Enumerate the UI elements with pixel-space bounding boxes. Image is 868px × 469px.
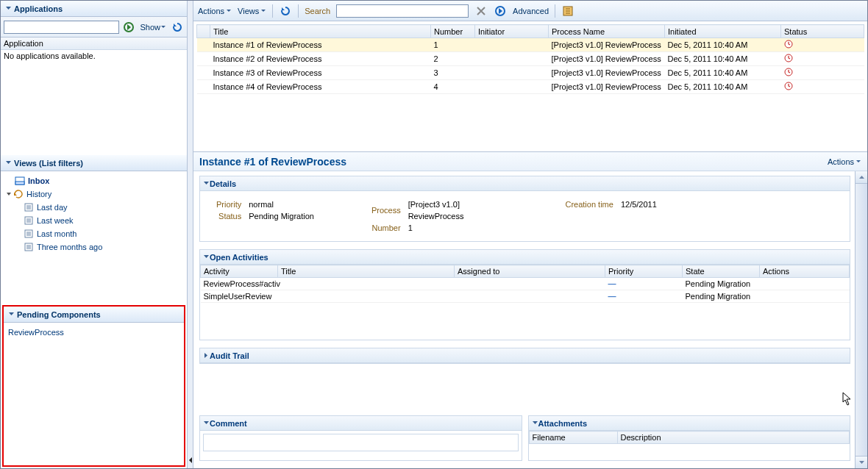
details-title: Details xyxy=(210,179,236,188)
oa-col-priority[interactable]: Priority xyxy=(605,265,683,278)
label-process: Process xyxy=(369,199,404,221)
instance-actions-menu[interactable]: Actions xyxy=(828,157,861,166)
applications-empty-text: No applications available. xyxy=(1,50,187,62)
open-activities-title: Open Activities xyxy=(210,253,268,262)
table-row[interactable]: SimpleUserReview—Pending Migration xyxy=(201,290,850,303)
comment-input[interactable] xyxy=(203,434,519,451)
value-priority: normal xyxy=(246,199,317,210)
attach-col-filename[interactable]: Filename xyxy=(529,432,617,444)
advanced-search-link[interactable]: Advanced xyxy=(513,7,549,15)
left-panel-collapse-handle[interactable] xyxy=(188,1,193,468)
chevron-down-icon xyxy=(203,420,210,426)
list-icon xyxy=(23,201,35,213)
label-priority: Priority xyxy=(213,199,244,210)
tree-label: History xyxy=(26,190,51,198)
chevron-right-icon xyxy=(203,352,210,359)
instances-table[interactable]: Title Number Initiator Process Name Init… xyxy=(196,24,864,94)
col-process[interactable]: Process Name xyxy=(549,25,665,38)
pending-item[interactable]: ReviewProcess xyxy=(8,326,179,339)
oa-col-activity[interactable]: Activity xyxy=(201,265,278,278)
col-initiator[interactable]: Initiator xyxy=(475,25,549,38)
triangle-down-icon[interactable] xyxy=(5,191,13,197)
show-label: Show xyxy=(140,23,160,32)
views-tree: Inbox History Last day Last week Last mo xyxy=(1,171,187,304)
show-dropdown[interactable]: Show xyxy=(138,23,168,32)
vertical-scrollbar[interactable] xyxy=(855,171,867,468)
tree-label: Three months ago xyxy=(37,243,102,251)
instance-title-bar: Instance #1 of ReviewProcess Actions xyxy=(193,152,867,171)
applications-header[interactable]: Applications xyxy=(1,1,187,17)
refresh-icon[interactable] xyxy=(279,4,292,18)
table-row[interactable]: ReviewProcess#activ—Pending Migration xyxy=(201,278,850,290)
list-icon xyxy=(23,215,35,226)
oa-col-actions[interactable]: Actions xyxy=(760,265,850,278)
applications-filter-input[interactable] xyxy=(4,21,119,34)
attachments-header[interactable]: Attachments xyxy=(529,416,850,431)
svg-rect-2 xyxy=(15,182,24,185)
tree-label: Last week xyxy=(37,216,74,225)
table-row[interactable]: Instance #1 of ReviewProcess1[Project3 v… xyxy=(197,38,864,52)
col-status[interactable]: Status xyxy=(781,25,864,38)
audit-trail-title: Audit Trail xyxy=(210,351,249,360)
col-title[interactable]: Title xyxy=(210,25,431,38)
chevron-down-icon xyxy=(203,254,210,260)
chevron-down-icon xyxy=(203,180,210,187)
pending-components-header[interactable]: Pending Components xyxy=(4,307,184,323)
tree-last-week[interactable]: Last week xyxy=(5,214,182,227)
tree-label: Inbox xyxy=(28,176,49,185)
tree-history[interactable]: History xyxy=(5,187,182,201)
tree-inbox[interactable]: Inbox xyxy=(5,174,182,187)
table-row[interactable]: Instance #4 of ReviewProcess4[Project3 v… xyxy=(197,80,864,94)
table-row[interactable]: Instance #2 of ReviewProcess2[Project3 v… xyxy=(197,52,864,66)
list-icon xyxy=(23,228,35,240)
pending-title: Pending Components xyxy=(17,310,101,319)
open-activities-header[interactable]: Open Activities xyxy=(200,250,850,265)
tree-last-month[interactable]: Last month xyxy=(5,227,182,240)
oa-col-assigned[interactable]: Assigned to xyxy=(455,265,605,278)
chevron-down-icon xyxy=(532,420,538,426)
open-activities-section: Open Activities Activity Title Assigned … xyxy=(199,249,850,340)
label-number: Number xyxy=(369,223,404,233)
clear-search-icon[interactable] xyxy=(474,4,488,18)
details-header[interactable]: Details xyxy=(200,176,850,191)
comment-header[interactable]: Comment xyxy=(200,416,522,431)
applications-title: Applications xyxy=(14,4,63,13)
attachments-title: Attachments xyxy=(538,419,588,428)
comment-section: Comment xyxy=(199,415,522,461)
inbox-icon xyxy=(14,175,26,187)
search-input[interactable] xyxy=(336,4,469,18)
chevron-down-icon xyxy=(4,4,13,13)
toolbar-views-menu[interactable]: Views xyxy=(238,7,266,15)
tree-label: Last day xyxy=(37,203,68,212)
table-row[interactable]: Instance #3 of ReviewProcess3[Project3 v… xyxy=(197,66,864,80)
row-select-header xyxy=(197,25,210,38)
scroll-up-arrow-icon[interactable] xyxy=(855,171,867,184)
list-icon xyxy=(23,241,35,253)
chevron-down-icon xyxy=(4,159,13,168)
value-creation-time: 12/5/2011 xyxy=(618,199,660,210)
views-header[interactable]: Views (List filters) xyxy=(1,155,187,171)
value-status: Pending Migration xyxy=(246,211,317,221)
col-number[interactable]: Number xyxy=(431,25,475,38)
refresh-icon[interactable] xyxy=(171,21,184,34)
views-title: Views (List filters) xyxy=(14,159,83,168)
value-process-1: [Project3 v1.0] xyxy=(405,199,467,210)
oa-col-title[interactable]: Title xyxy=(278,265,455,278)
chevron-down-icon xyxy=(7,310,15,319)
instance-title: Instance #1 of ReviewProcess xyxy=(199,156,346,168)
comment-title: Comment xyxy=(210,419,247,428)
go-search-icon[interactable] xyxy=(494,4,507,18)
attach-col-description[interactable]: Description xyxy=(617,432,850,444)
applications-search-row: Show xyxy=(1,17,187,37)
scroll-down-arrow-icon[interactable] xyxy=(855,456,867,468)
go-icon[interactable] xyxy=(122,21,135,34)
toolbar-actions-menu[interactable]: Actions xyxy=(198,7,232,15)
col-initiated[interactable]: Initiated xyxy=(665,25,781,38)
history-icon xyxy=(13,188,24,200)
oa-col-state[interactable]: State xyxy=(683,265,760,278)
tree-last-day[interactable]: Last day xyxy=(5,201,182,214)
audit-trail-header[interactable]: Audit Trail xyxy=(200,348,850,363)
audit-trail-section: Audit Trail xyxy=(199,348,850,364)
tree-three-months[interactable]: Three months ago xyxy=(5,240,182,254)
customize-icon[interactable] xyxy=(561,4,574,18)
